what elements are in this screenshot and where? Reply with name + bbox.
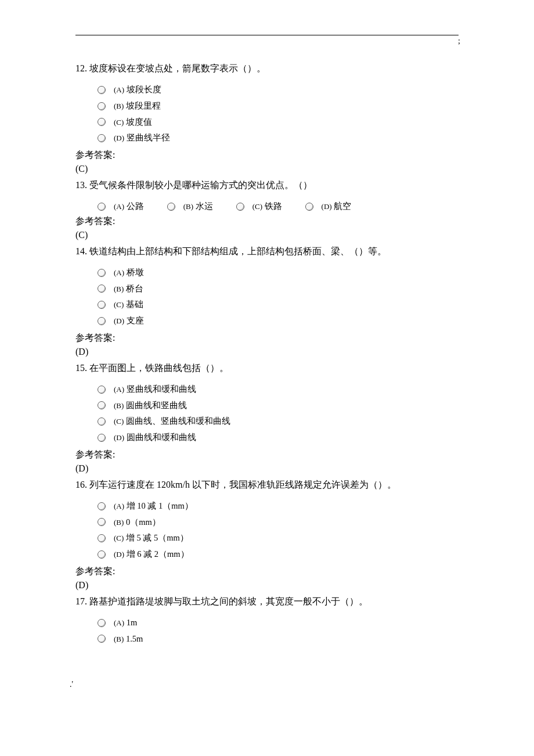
content-body: 12. 坡度标设在变坡点处，箭尾数字表示（）。(A) 坡段长度(B) 坡段里程(…	[75, 62, 459, 645]
radio-icon[interactable]	[305, 203, 313, 211]
options-list: (A) 竖曲线和缓和曲线(B) 圆曲线和竖曲线(C) 圆曲线、竖曲线和缓和曲线(…	[98, 383, 459, 444]
option-label: (C) 圆曲线、竖曲线和缓和曲线	[114, 415, 230, 428]
radio-icon[interactable]	[98, 434, 106, 442]
option[interactable]: (A) 1m	[98, 617, 459, 629]
answer-label: 参考答案:	[75, 448, 459, 462]
option[interactable]: (D) 竖曲线半径	[98, 132, 459, 145]
option[interactable]: (D) 圆曲线和缓和曲线	[98, 431, 459, 444]
question-text: 16. 列车运行速度在 120km/h 以下时，我国标准轨距线路规定允许误差为（…	[75, 478, 459, 492]
radio-icon[interactable]	[98, 301, 106, 309]
radio-icon[interactable]	[98, 317, 106, 325]
option-label: (A) 公路	[114, 200, 144, 213]
radio-icon[interactable]	[98, 285, 106, 293]
option[interactable]: (A) 竖曲线和缓和曲线	[98, 383, 459, 396]
option-label: (D) 航空	[322, 200, 352, 213]
radio-icon[interactable]	[98, 203, 106, 211]
option-label: (A) 1m	[114, 617, 137, 629]
question-block: 17. 路基护道指路堤坡脚与取土坑之间的斜坡，其宽度一般不小于（）。(A) 1m…	[75, 595, 459, 646]
radio-icon[interactable]	[98, 518, 106, 526]
radio-icon[interactable]	[98, 550, 106, 559]
answer-value: (D)	[75, 462, 459, 476]
radio-icon[interactable]	[98, 134, 106, 142]
option-label: (D) 圆曲线和缓和曲线	[114, 431, 196, 444]
option-label: (B) 水运	[183, 200, 213, 213]
option[interactable]: (A) 增 10 减 1（mm）	[98, 500, 459, 513]
header-rule	[75, 35, 459, 35]
option[interactable]: (D) 增 6 减 2（mm）	[98, 548, 459, 561]
radio-icon[interactable]	[98, 534, 106, 542]
question-text: 14. 铁道结构由上部结构和下部结构组成，上部结构包括桥面、梁、（）等。	[75, 244, 459, 258]
option[interactable]: (B) 1.5m	[98, 633, 459, 646]
option-label: (B) 坡段里程	[114, 100, 161, 113]
radio-icon[interactable]	[98, 635, 106, 643]
option[interactable]: (C) 增 5 减 5（mm）	[98, 532, 459, 545]
question-text: 17. 路基护道指路堤坡脚与取土坑之间的斜坡，其宽度一般不小于（）。	[75, 595, 459, 609]
option[interactable]: (B) 0（mm）	[98, 516, 459, 529]
option-label: (C) 基础	[114, 298, 143, 311]
document-page: ; 12. 坡度标设在变坡点处，箭尾数字表示（）。(A) 坡段长度(B) 坡段里…	[0, 0, 534, 712]
option[interactable]: (B) 水运	[167, 200, 213, 213]
option[interactable]: (C) 圆曲线、竖曲线和缓和曲线	[98, 415, 459, 428]
question-text: 13. 受气候条件限制较小是哪种运输方式的突出优点。（）	[75, 178, 459, 192]
question-block: 12. 坡度标设在变坡点处，箭尾数字表示（）。(A) 坡段长度(B) 坡段里程(…	[75, 62, 459, 176]
option[interactable]: (D) 支座	[98, 315, 459, 327]
option[interactable]: (B) 桥台	[98, 283, 459, 296]
option[interactable]: (C) 铁路	[236, 200, 282, 213]
options-list: (A) 桥墩(B) 桥台(C) 基础(D) 支座	[98, 267, 459, 327]
header-mark: ;	[458, 37, 460, 46]
radio-icon[interactable]	[236, 203, 244, 211]
answer-value: (C)	[75, 228, 459, 242]
answer-value: (C)	[75, 162, 459, 176]
option[interactable]: (C) 坡度值	[98, 116, 459, 129]
question-text: 12. 坡度标设在变坡点处，箭尾数字表示（）。	[75, 62, 459, 75]
radio-icon[interactable]	[98, 401, 106, 409]
answer-value: (D)	[75, 345, 459, 359]
option-label: (B) 圆曲线和竖曲线	[114, 399, 187, 412]
question-block: 15. 在平面图上，铁路曲线包括（）。(A) 竖曲线和缓和曲线(B) 圆曲线和竖…	[75, 361, 459, 476]
answer-label: 参考答案:	[75, 564, 459, 578]
radio-icon[interactable]	[98, 502, 106, 510]
option[interactable]: (A) 桥墩	[98, 267, 459, 279]
radio-icon[interactable]	[98, 86, 106, 94]
answer-label: 参考答案:	[75, 331, 459, 345]
footer-mark: .'	[70, 680, 534, 689]
radio-icon[interactable]	[98, 386, 106, 394]
options-list: (A) 1m(B) 1.5m	[98, 617, 459, 646]
question-block: 16. 列车运行速度在 120km/h 以下时，我国标准轨距线路规定允许误差为（…	[75, 478, 459, 592]
options-list: (A) 坡段长度(B) 坡段里程(C) 坡度值(D) 竖曲线半径	[98, 84, 459, 145]
option-label: (A) 坡段长度	[114, 84, 161, 96]
answer-value: (D)	[75, 578, 459, 592]
option-label: (D) 增 6 减 2（mm）	[114, 548, 189, 561]
options-row: (A) 公路(B) 水运(C) 铁路(D) 航空	[98, 200, 459, 213]
question-block: 14. 铁道结构由上部结构和下部结构组成，上部结构包括桥面、梁、（）等。(A) …	[75, 244, 459, 359]
option[interactable]: (C) 基础	[98, 298, 459, 311]
radio-icon[interactable]	[98, 102, 106, 110]
option-label: (C) 增 5 减 5（mm）	[114, 532, 189, 545]
option-label: (D) 竖曲线半径	[114, 132, 170, 145]
question-block: 13. 受气候条件限制较小是哪种运输方式的突出优点。（）(A) 公路(B) 水运…	[75, 178, 459, 242]
radio-icon[interactable]	[98, 269, 106, 277]
radio-icon[interactable]	[98, 118, 106, 126]
option-label: (B) 1.5m	[114, 633, 143, 646]
option-label: (C) 坡度值	[114, 116, 152, 129]
option[interactable]: (A) 公路	[98, 200, 144, 213]
option[interactable]: (A) 坡段长度	[98, 84, 459, 96]
option-label: (A) 增 10 减 1（mm）	[114, 500, 193, 513]
radio-icon[interactable]	[98, 417, 106, 426]
option[interactable]: (D) 航空	[305, 200, 352, 213]
option-label: (C) 铁路	[252, 200, 282, 213]
option-label: (B) 0（mm）	[114, 516, 161, 529]
radio-icon[interactable]	[167, 203, 175, 211]
radio-icon[interactable]	[98, 619, 106, 627]
answer-label: 参考答案:	[75, 148, 459, 162]
question-text: 15. 在平面图上，铁路曲线包括（）。	[75, 361, 459, 375]
options-list: (A) 增 10 减 1（mm）(B) 0（mm）(C) 增 5 减 5（mm）…	[98, 500, 459, 561]
answer-label: 参考答案:	[75, 214, 459, 228]
option-label: (A) 竖曲线和缓和曲线	[114, 383, 196, 396]
option-label: (B) 桥台	[114, 283, 143, 296]
option[interactable]: (B) 坡段里程	[98, 100, 459, 113]
option-label: (D) 支座	[114, 315, 144, 327]
option-label: (A) 桥墩	[114, 267, 144, 279]
option[interactable]: (B) 圆曲线和竖曲线	[98, 399, 459, 412]
